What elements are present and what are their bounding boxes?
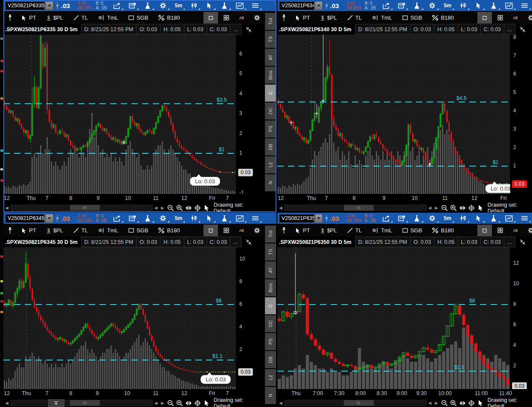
drawings-chart-icon[interactable] <box>501 0 517 11</box>
gear-icon[interactable] <box>250 12 264 23</box>
side-tab-n[interactable]: N <box>265 387 276 404</box>
tool-sgb-button[interactable]: SGB <box>397 12 427 24</box>
auto-fit-icon[interactable] <box>458 399 467 407</box>
chart-menu-icon[interactable] <box>247 213 263 224</box>
crosshair-target-icon[interactable] <box>193 399 202 407</box>
step-right-icon[interactable]: ▶ <box>159 401 166 405</box>
cursor-tool-icon[interactable] <box>201 0 217 11</box>
share-icon[interactable] <box>109 213 125 224</box>
ohlc-more-button[interactable]: ... <box>504 24 515 35</box>
grid-layout-button[interactable] <box>219 12 233 23</box>
ohlc-more-button[interactable]: ... <box>230 24 241 35</box>
tool-sgb-button[interactable]: SGB <box>397 224 427 237</box>
analyze-flask-icon[interactable] <box>409 0 424 11</box>
timeframe-button[interactable]: 5m <box>171 213 186 224</box>
crosshair-target-icon[interactable] <box>467 204 476 212</box>
news-icon[interactable]: ! <box>394 213 409 224</box>
step-left-icon[interactable]: ◀ <box>427 401 433 405</box>
side-tab-oc[interactable]: OC <box>265 102 276 120</box>
symbol-dropdown-button[interactable] <box>315 214 322 223</box>
drawing-set-selector[interactable]: Drawing set: Default <box>488 202 532 213</box>
gear-icon[interactable] <box>523 225 532 236</box>
cursor-tool-icon[interactable] <box>201 213 217 224</box>
step-right-icon[interactable]: ▶ <box>159 205 166 210</box>
side-tab-c[interactable]: C <box>265 297 276 314</box>
tool-b180-button[interactable]: B180 <box>427 224 459 237</box>
ohlc-more-button[interactable]: ... <box>504 237 515 247</box>
side-tab-at[interactable]: AT <box>265 49 276 66</box>
zoom-out-icon[interactable] <box>440 399 449 407</box>
drawings-chart-icon[interactable] <box>232 213 247 224</box>
price-plot[interactable]: $6$1.1Lo: 0.03 <box>3 247 236 389</box>
side-tab-ts[interactable]: TS <box>265 243 276 261</box>
scrollbar-thumb[interactable] <box>344 205 374 211</box>
news-icon[interactable]: ! <box>394 0 409 11</box>
tool-spl-button[interactable]: $ $PL <box>41 12 68 24</box>
strategy-flask-icon[interactable] <box>217 0 232 11</box>
side-tab-at[interactable]: AT <box>265 261 276 278</box>
pointer-cursor-icon[interactable] <box>202 399 211 407</box>
share-icon[interactable] <box>378 213 394 224</box>
tool-tl-button[interactable]: TL <box>68 224 93 237</box>
zoom-in-icon[interactable] <box>449 204 458 212</box>
side-tab-l2[interactable]: L2 <box>265 156 276 173</box>
analyze-flask-icon[interactable] <box>140 0 155 11</box>
chart-menu-icon[interactable] <box>517 213 532 224</box>
share-icon[interactable] <box>378 0 394 11</box>
step-left-icon[interactable]: ◀ <box>153 401 160 405</box>
settings-gear-icon[interactable] <box>155 213 171 224</box>
expand-panel-button[interactable] <box>48 399 64 407</box>
collapse-arrows-icon[interactable] <box>520 24 526 35</box>
chart-pattern-icon[interactable] <box>186 0 201 11</box>
side-tab-c[interactable]: C <box>265 85 276 102</box>
drawing-set-selector[interactable]: Drawing set: Default <box>488 397 532 407</box>
price-axis[interactable]: 1086420.03 <box>236 247 264 389</box>
scrollbar-thumb[interactable] <box>344 400 374 406</box>
auto-fit-icon[interactable] <box>458 204 467 212</box>
side-tab-btns[interactable]: Btns <box>265 279 276 296</box>
analyze-flask-icon[interactable] <box>409 213 424 224</box>
crosshair-target-icon[interactable] <box>467 399 476 407</box>
grid-layout-button[interactable] <box>493 12 507 23</box>
collapse-arrows-icon[interactable] <box>246 237 252 247</box>
chart-menu-icon[interactable] <box>517 0 532 11</box>
all-button[interactable]: All <box>234 12 249 23</box>
tool-pt-button[interactable]: PT <box>16 12 41 24</box>
strategy-flask-icon[interactable] <box>486 213 501 224</box>
tool-pt-button[interactable]: PT <box>290 224 315 237</box>
price-plot[interactable]: $3.5$1Lo: 0.03 <box>3 35 236 194</box>
price-plot[interactable]: $8$1.5 <box>277 247 510 389</box>
price-axis[interactable]: 121086420.03 <box>510 247 532 389</box>
tool-sgb-button[interactable]: SGB <box>123 224 153 237</box>
zoom-in-icon[interactable] <box>175 204 184 212</box>
chart-scrollbar[interactable] <box>284 400 427 406</box>
tool-tl-button[interactable]: TL <box>68 12 93 24</box>
chart-pattern-icon[interactable] <box>186 213 201 224</box>
maximize-button[interactable] <box>477 12 492 23</box>
pin-icon[interactable] <box>277 224 290 237</box>
settings-gear-icon[interactable] <box>424 0 440 11</box>
symbol-input[interactable]: V250821P6335 <box>5 1 45 10</box>
price-axis[interactable]: 876543210.03 <box>510 35 532 194</box>
zoom-out-icon[interactable] <box>166 204 175 212</box>
all-button[interactable]: All <box>508 225 523 236</box>
tool-tl-button[interactable]: TL <box>342 12 367 24</box>
side-tab-l2[interactable]: L2 <box>265 369 276 386</box>
drawing-set-selector[interactable]: Drawing set: Default <box>214 397 264 407</box>
settings-gear-icon[interactable] <box>424 213 440 224</box>
all-button[interactable]: All <box>508 12 523 23</box>
scroll-left-icon[interactable]: ◀ <box>277 401 284 405</box>
step-left-icon[interactable]: ◀ <box>153 205 160 210</box>
symbol-dropdown-button[interactable] <box>315 1 322 10</box>
news-icon[interactable]: ! <box>125 0 140 11</box>
symbol-input[interactable]: V250821P6345 <box>5 214 45 223</box>
drawings-chart-icon[interactable] <box>501 213 517 224</box>
scroll-left-icon[interactable]: ◀ <box>3 205 10 210</box>
strategy-flask-icon[interactable] <box>486 0 501 11</box>
scroll-left-icon[interactable]: ◀ <box>3 401 10 405</box>
maximize-button[interactable] <box>203 12 218 23</box>
symbol-input[interactable]: V250821P6350 <box>279 214 314 223</box>
step-right-icon[interactable]: ▶ <box>433 205 440 210</box>
step-left-icon[interactable]: ◀ <box>427 205 433 210</box>
step-right-icon[interactable]: ▶ <box>433 401 440 405</box>
